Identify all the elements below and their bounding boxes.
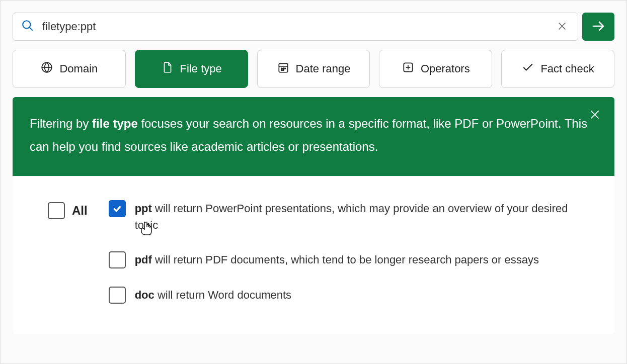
filter-filetype-button[interactable]: File type — [135, 50, 248, 88]
pdf-checkbox[interactable] — [109, 251, 126, 268]
filter-label: Date range — [296, 62, 351, 75]
filetype-item-ppt: ppt will return PowerPoint presentations… — [109, 200, 584, 233]
filter-label: File type — [180, 62, 222, 75]
filter-label: Fact check — [540, 62, 594, 75]
doc-checkbox[interactable] — [109, 287, 126, 304]
info-close-button[interactable] — [586, 106, 603, 125]
filetype-text: doc will return Word documents — [135, 287, 291, 303]
search-submit-button[interactable] — [582, 13, 614, 41]
info-text-pre: Filtering by — [30, 117, 92, 130]
search-input[interactable] — [42, 20, 555, 33]
file-icon — [161, 61, 174, 77]
filetype-text: pdf will return PDF documents, which ten… — [135, 251, 539, 268]
svg-point-11 — [281, 69, 282, 70]
filetype-desc: will return PDF documents, which tend to… — [152, 253, 539, 266]
all-label: All — [72, 204, 88, 218]
arrow-right-icon — [591, 19, 606, 35]
filetype-code: doc — [135, 289, 154, 301]
svg-line-1 — [29, 27, 33, 31]
clear-search-button[interactable] — [555, 19, 570, 35]
svg-point-0 — [23, 21, 30, 28]
filter-label: Operators — [421, 62, 470, 75]
filter-domain-button[interactable]: Domain — [13, 50, 126, 88]
filter-daterange-button[interactable]: Date range — [257, 50, 370, 88]
filter-row: Domain File type — [13, 50, 614, 88]
app-container: Domain File type — [0, 0, 627, 364]
filetype-item-doc: doc will return Word documents — [109, 287, 584, 304]
svg-point-9 — [282, 68, 283, 69]
check-icon — [521, 61, 534, 77]
info-panel: Filtering by file type focuses your sear… — [13, 97, 614, 176]
calendar-icon — [277, 61, 290, 77]
svg-point-8 — [281, 68, 282, 69]
options-panel: All ppt will return PowerPoint presentat… — [13, 176, 614, 334]
filetype-item-pdf: pdf will return PDF documents, which ten… — [109, 251, 584, 268]
filter-label: Domain — [59, 62, 98, 75]
filter-factcheck-button[interactable]: Fact check — [501, 50, 614, 88]
filter-operators-button[interactable]: Operators — [379, 50, 492, 88]
all-option: All — [48, 200, 88, 219]
plus-square-icon — [402, 61, 415, 77]
ppt-checkbox[interactable] — [109, 200, 126, 217]
filetype-list: ppt will return PowerPoint presentations… — [109, 200, 584, 304]
filetype-desc: will return Word documents — [154, 289, 291, 301]
search-icon — [21, 19, 34, 34]
filetype-code: ppt — [135, 202, 152, 215]
svg-point-10 — [284, 68, 285, 69]
svg-point-12 — [282, 69, 283, 70]
close-icon — [557, 21, 568, 33]
close-icon — [588, 115, 601, 123]
all-checkbox[interactable] — [48, 202, 65, 219]
search-box[interactable] — [13, 13, 578, 41]
filetype-code: pdf — [135, 253, 152, 266]
search-row — [13, 13, 614, 41]
filetype-text: ppt will return PowerPoint presentations… — [135, 200, 584, 233]
globe-icon — [40, 61, 53, 77]
filetype-desc: will return PowerPoint presentations, wh… — [135, 202, 568, 231]
info-text-bold: file type — [92, 117, 138, 130]
